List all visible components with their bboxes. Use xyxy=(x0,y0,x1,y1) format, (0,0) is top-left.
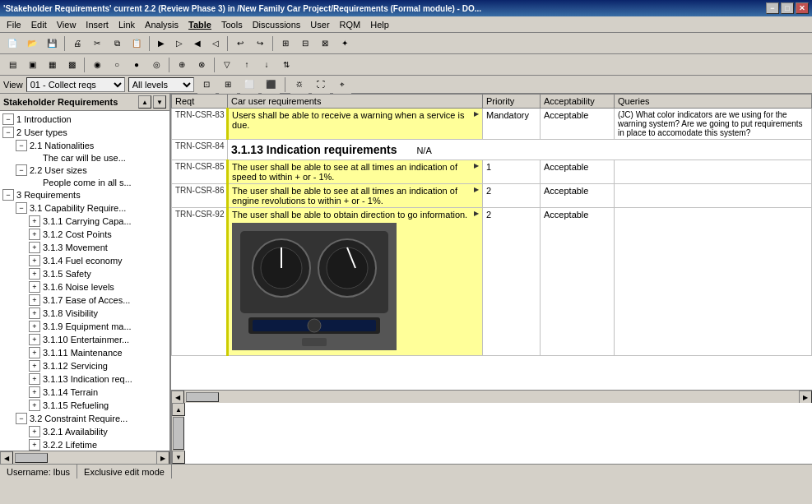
tree-item[interactable]: −1 Introduction xyxy=(0,113,169,126)
tree-item[interactable]: −2.2 User sizes xyxy=(0,164,169,177)
tb-btn10[interactable]: ✦ xyxy=(336,35,354,53)
tree-expander[interactable]: − xyxy=(16,164,27,176)
tb2-btn9[interactable]: ⊕ xyxy=(173,56,191,74)
view-tb7[interactable]: ⌖ xyxy=(333,76,351,94)
col-acceptability[interactable]: Acceptability xyxy=(541,95,615,109)
col-requirements[interactable]: Car user requirements xyxy=(228,95,483,109)
tree-item[interactable]: +3.1.4 Fuel economy xyxy=(0,254,169,267)
tree-expander[interactable]: + xyxy=(29,229,40,240)
tree-item[interactable]: −2 User types xyxy=(0,126,169,139)
tree-expander[interactable]: + xyxy=(29,334,40,345)
tb-btn9[interactable]: ⊠ xyxy=(316,35,334,53)
tb2-btn7[interactable]: ● xyxy=(128,56,146,74)
hscroll-track[interactable] xyxy=(184,391,799,403)
save-button[interactable]: 💾 xyxy=(43,35,61,53)
menu-analysis[interactable]: Analysis xyxy=(140,18,183,31)
tb2-btn8[interactable]: ◎ xyxy=(147,56,165,74)
tb-btn8[interactable]: ⊟ xyxy=(296,35,314,53)
copy-button[interactable]: ⧉ xyxy=(108,35,126,53)
tree-item[interactable]: People come in all s... xyxy=(0,177,169,188)
tree-expander[interactable]: + xyxy=(29,439,40,451)
col-queries[interactable]: Queries xyxy=(615,95,812,109)
maximize-button[interactable]: □ xyxy=(781,2,794,14)
paste-button[interactable]: 📋 xyxy=(128,35,146,53)
vscroll-track[interactable] xyxy=(172,416,184,451)
tree-expander[interactable]: + xyxy=(29,400,40,411)
tree-expander[interactable]: + xyxy=(29,321,40,332)
cut-button[interactable]: ✂ xyxy=(88,35,106,53)
tree-expander[interactable]: + xyxy=(29,294,40,306)
tree-expander[interactable]: − xyxy=(16,413,27,424)
tb2-sort3[interactable]: ⇅ xyxy=(277,56,295,74)
tree-item[interactable]: +3.1.15 Refueling xyxy=(0,399,169,412)
tb2-btn2[interactable]: ▣ xyxy=(23,56,41,74)
table-row[interactable]: TRN-CSR-83 ▶Users shall be able to recei… xyxy=(172,109,812,140)
hscroll-thumb[interactable] xyxy=(186,392,219,402)
menu-help[interactable]: Help xyxy=(365,18,394,31)
menu-file[interactable]: File xyxy=(2,18,26,31)
tree-expander[interactable]: + xyxy=(29,360,40,372)
tb-btn5[interactable]: ↩ xyxy=(231,35,249,53)
tree-item[interactable]: −2.1 Nationalities xyxy=(0,139,169,152)
col-reqt[interactable]: Reqt xyxy=(172,95,228,109)
tree-item[interactable]: +3.1.1 Carrying Capa... xyxy=(0,215,169,228)
tree-item[interactable]: +3.1.8 Visibility xyxy=(0,307,169,320)
tree-expander[interactable]: − xyxy=(16,202,27,214)
tree-item[interactable]: +3.2.2 Lifetime xyxy=(0,438,169,451)
view-tb2[interactable]: ⊞ xyxy=(219,76,237,94)
tree-item[interactable]: +3.1.14 Terrain xyxy=(0,386,169,399)
tree-expander[interactable]: + xyxy=(29,242,40,253)
tree-expander[interactable]: + xyxy=(29,347,40,358)
tree-item[interactable]: +3.1.10 Entertainmer... xyxy=(0,333,169,346)
tb2-btn4[interactable]: ▩ xyxy=(63,56,81,74)
menu-insert[interactable]: Insert xyxy=(81,18,114,31)
tree-scroll-up[interactable]: ▲ xyxy=(138,95,151,109)
tree-expander[interactable]: − xyxy=(2,113,14,125)
tb2-btn3[interactable]: ▦ xyxy=(43,56,61,74)
tb-btn1[interactable]: ▶ xyxy=(153,35,169,53)
new-button[interactable]: 📄 xyxy=(3,35,21,53)
close-button[interactable]: ✕ xyxy=(796,2,809,14)
tree-hscroll-thumb[interactable] xyxy=(15,453,48,463)
tree-item[interactable]: The car will be use... xyxy=(0,152,169,164)
tree-item[interactable]: +3.1.9 Equipment ma... xyxy=(0,320,169,333)
hscroll-right[interactable]: ▶ xyxy=(799,391,812,403)
view-tb3[interactable]: ⬜ xyxy=(240,76,258,94)
table-scroll-area[interactable]: Reqt Car user requirements Priority Acce… xyxy=(171,94,812,390)
print-button[interactable]: 🖨 xyxy=(68,35,86,53)
tree-expander[interactable]: + xyxy=(29,373,40,385)
tree-item[interactable]: +3.1.13 Indication req... xyxy=(0,372,169,386)
vscroll-up[interactable]: ▲ xyxy=(172,403,185,416)
view-tb6[interactable]: ⛶ xyxy=(312,76,330,94)
view-tb4[interactable]: ⬛ xyxy=(262,76,280,94)
tree-hscroll-track[interactable] xyxy=(13,451,156,464)
menu-edit[interactable]: Edit xyxy=(26,18,52,31)
tb2-btn6[interactable]: ○ xyxy=(108,56,126,74)
tree-item[interactable]: +3.1.5 Safety xyxy=(0,267,169,280)
tree-item[interactable]: −3 Requirements xyxy=(0,188,169,201)
table-row[interactable]: TRN-CSR-84 3.1.13 Indication requirement… xyxy=(172,140,812,160)
tree-item[interactable]: −3.1 Capability Require... xyxy=(0,201,169,215)
tree-expander[interactable]: + xyxy=(29,255,40,266)
tb-btn7[interactable]: ⊞ xyxy=(276,35,295,53)
tree-expander[interactable]: + xyxy=(29,386,40,398)
tb2-filter[interactable]: ▽ xyxy=(218,56,236,74)
menu-user[interactable]: User xyxy=(305,18,334,31)
tree-expander[interactable]: − xyxy=(2,127,14,138)
vscroll-down[interactable]: ▼ xyxy=(172,451,185,464)
tree-expander[interactable]: + xyxy=(29,268,40,280)
tree-hscroll-right[interactable]: ▶ xyxy=(156,451,169,464)
tb2-sort1[interactable]: ↑ xyxy=(238,56,256,74)
tree-expander[interactable]: + xyxy=(29,426,40,437)
view-select[interactable]: 01 - Collect reqs xyxy=(26,77,125,92)
tree-scroll-down[interactable]: ▼ xyxy=(153,95,166,109)
menu-view[interactable]: View xyxy=(52,18,81,31)
tb-btn2[interactable]: ▷ xyxy=(171,35,188,53)
tree-expander[interactable]: + xyxy=(29,281,40,293)
tb-btn3[interactable]: ◀ xyxy=(189,35,206,53)
menu-table[interactable]: Table xyxy=(183,18,216,31)
hscroll-left[interactable]: ◀ xyxy=(171,391,184,403)
tree-expander[interactable]: − xyxy=(16,140,27,151)
tree-item[interactable]: −3.2 Constraint Require... xyxy=(0,412,169,425)
menu-discussions[interactable]: Discussions xyxy=(248,18,306,31)
